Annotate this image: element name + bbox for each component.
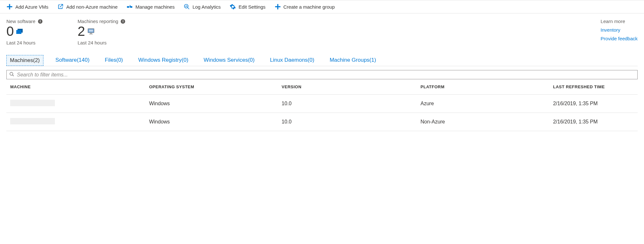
table-row[interactable]: Windows 10.0 Azure 2/16/2019, 1:35 PM [6, 95, 638, 113]
svg-point-11 [10, 72, 13, 75]
manage-icon [126, 4, 133, 10]
content-area: New software i 0 Last 24 hours Machines … [0, 13, 644, 131]
svg-rect-1 [7, 6, 12, 7]
gear-icon [230, 4, 236, 10]
software-icon [16, 28, 23, 35]
cell-version: 10.0 [278, 113, 417, 131]
cell-refreshed: 2/16/2019, 1:35 PM [549, 113, 638, 131]
tab-machine-groups[interactable]: Machine Groups(1) [326, 55, 379, 66]
cell-version: 10.0 [278, 95, 417, 113]
toolbar-label: Add non-Azure machine [66, 4, 117, 10]
feedback-link[interactable]: Provide feedback [601, 36, 638, 41]
tab-windows-services[interactable]: Windows Services(0) [201, 55, 258, 66]
svg-rect-10 [89, 34, 93, 35]
table-row[interactable]: Windows 10.0 Non-Azure 2/16/2019, 1:35 P… [6, 113, 638, 131]
toolbar: Add Azure VMs Add non-Azure machine Mana… [0, 0, 644, 13]
summary-row: New software i 0 Last 24 hours Machines … [6, 19, 638, 45]
cell-refreshed: 2/16/2019, 1:35 PM [549, 95, 638, 113]
computer-icon [87, 27, 95, 35]
new-software-card: New software i 0 Last 24 hours [6, 19, 42, 45]
svg-rect-9 [90, 33, 92, 34]
info-icon[interactable]: i [121, 19, 125, 24]
table-header-row: MACHINE OPERATING SYSTEM VERSION PLATFOR… [6, 79, 638, 95]
log-analytics-button[interactable]: Log Analytics [184, 4, 221, 10]
toolbar-label: Add Azure VMs [15, 4, 48, 10]
svg-rect-6 [275, 6, 280, 7]
tab-linux-daemons[interactable]: Linux Daemons(0) [267, 55, 317, 66]
inventory-link[interactable]: Inventory [601, 27, 638, 33]
search-box[interactable] [6, 70, 638, 79]
plus-icon [275, 4, 281, 10]
svg-rect-2 [127, 6, 129, 8]
cell-os: Windows [145, 95, 278, 113]
summary-subtext: Last 24 hours [78, 40, 125, 45]
tab-files[interactable]: Files(0) [102, 55, 126, 66]
toolbar-label: Edit Settings [239, 4, 265, 10]
col-header-refreshed[interactable]: LAST REFRESHED TIME [549, 79, 638, 95]
cell-machine [6, 113, 145, 131]
col-header-version[interactable]: VERSION [278, 79, 417, 95]
manage-machines-button[interactable]: Manage machines [126, 4, 175, 10]
col-header-platform[interactable]: PLATFORM [417, 79, 549, 95]
cell-machine [6, 95, 145, 113]
svg-rect-3 [130, 6, 133, 8]
cell-platform: Azure [417, 95, 549, 113]
tab-machines[interactable]: Machines(2) [6, 55, 43, 66]
svg-rect-8 [89, 30, 93, 32]
plus-icon [6, 4, 13, 10]
toolbar-label: Manage machines [135, 4, 175, 10]
create-machine-group-button[interactable]: Create a machine group [275, 4, 335, 10]
summary-title: Machines reporting [78, 19, 118, 24]
tabs: Machines(2) Software(140) Files(0) Windo… [6, 55, 638, 66]
redacted-text [10, 118, 55, 124]
add-azure-vms-button[interactable]: Add Azure VMs [6, 4, 48, 10]
learn-more-title: Learn more [601, 19, 638, 24]
toolbar-label: Log Analytics [193, 4, 221, 10]
col-header-machine[interactable]: MACHINE [6, 79, 145, 95]
tab-software[interactable]: Software(140) [52, 55, 93, 66]
learn-more-panel: Learn more Inventory Provide feedback [601, 19, 638, 41]
machines-table: MACHINE OPERATING SYSTEM VERSION PLATFOR… [6, 79, 638, 131]
external-link-icon [57, 4, 64, 10]
summary-value: 2 [78, 25, 85, 38]
col-header-os[interactable]: OPERATING SYSTEM [145, 79, 278, 95]
summary-value: 0 [6, 25, 14, 38]
info-icon[interactable]: i [38, 19, 42, 24]
cell-os: Windows [145, 113, 278, 131]
summary-title: New software [6, 19, 35, 24]
toolbar-label: Create a machine group [284, 4, 335, 10]
search-input[interactable] [17, 72, 635, 78]
summary-subtext: Last 24 hours [6, 40, 42, 45]
add-non-azure-button[interactable]: Add non-Azure machine [57, 4, 117, 10]
redacted-text [10, 100, 55, 106]
search-icon [9, 72, 14, 78]
tab-windows-registry[interactable]: Windows Registry(0) [135, 55, 192, 66]
edit-settings-button[interactable]: Edit Settings [230, 4, 265, 10]
search-chart-icon [184, 4, 190, 10]
cell-platform: Non-Azure [417, 113, 549, 131]
machines-reporting-card: Machines reporting i 2 Last 24 hours [78, 19, 125, 45]
